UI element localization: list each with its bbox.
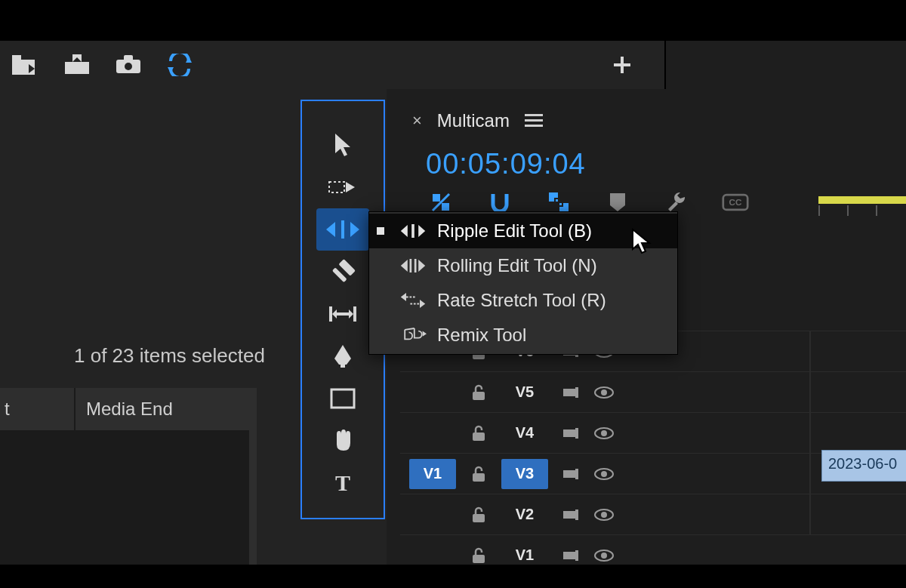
sync-settings-icon[interactable] bbox=[154, 48, 205, 82]
sync-lock-icon[interactable] bbox=[560, 508, 581, 522]
lock-icon[interactable] bbox=[468, 466, 489, 482]
svg-rect-25 bbox=[337, 312, 349, 316]
sequence-menu-icon[interactable] bbox=[525, 114, 543, 128]
svg-marker-23 bbox=[332, 309, 337, 319]
svg-rect-60 bbox=[473, 514, 485, 522]
lock-icon[interactable] bbox=[468, 506, 489, 523]
source-patch[interactable] bbox=[409, 500, 456, 530]
svg-rect-55 bbox=[473, 473, 485, 482]
razor-tool[interactable] bbox=[316, 251, 369, 293]
track-label[interactable]: V5 bbox=[501, 377, 548, 408]
svg-marker-71 bbox=[401, 225, 408, 237]
svg-rect-45 bbox=[473, 392, 485, 400]
flyout-remix[interactable]: Remix Tool bbox=[369, 318, 677, 352]
svg-rect-66 bbox=[563, 552, 575, 559]
sequence-tab[interactable]: × Multicam bbox=[412, 110, 543, 131]
flyout-label: Remix Tool bbox=[437, 325, 670, 346]
svg-point-8 bbox=[125, 63, 132, 70]
svg-marker-83 bbox=[423, 331, 427, 337]
svg-point-69 bbox=[601, 553, 607, 559]
svg-marker-24 bbox=[349, 309, 353, 319]
add-button[interactable] bbox=[607, 50, 637, 80]
in-out-range[interactable] bbox=[818, 196, 906, 204]
svg-point-54 bbox=[601, 430, 607, 436]
project-list-body[interactable] bbox=[0, 430, 257, 565]
time-ruler[interactable] bbox=[818, 201, 906, 216]
svg-marker-74 bbox=[401, 260, 408, 272]
svg-rect-47 bbox=[575, 387, 578, 398]
track-row-v1[interactable]: V1 bbox=[400, 534, 906, 575]
rectangle-tool[interactable] bbox=[316, 377, 369, 420]
top-toolbar bbox=[0, 41, 906, 89]
sync-lock-icon[interactable] bbox=[560, 426, 581, 440]
ripple-edit-icon bbox=[399, 223, 427, 239]
flyout-label: Ripple Edit Tool (B) bbox=[437, 220, 670, 242]
svg-rect-51 bbox=[563, 429, 575, 437]
rolling-edit-icon bbox=[399, 257, 427, 274]
column-header-media-end[interactable]: Media End bbox=[76, 399, 257, 420]
svg-marker-73 bbox=[418, 225, 425, 237]
remix-icon bbox=[399, 326, 427, 344]
track-label[interactable]: V2 bbox=[501, 500, 548, 530]
svg-line-82 bbox=[405, 328, 414, 330]
toolbar-right-section bbox=[664, 41, 906, 89]
track-select-forward-tool[interactable] bbox=[316, 166, 369, 208]
captions-icon[interactable]: CC bbox=[722, 189, 749, 216]
source-patch[interactable] bbox=[409, 418, 456, 448]
lock-icon[interactable] bbox=[468, 425, 489, 442]
toggle-output-icon[interactable] bbox=[593, 386, 615, 399]
svg-rect-14 bbox=[329, 182, 344, 192]
lock-icon[interactable] bbox=[468, 547, 489, 564]
sequence-name: Multicam bbox=[437, 110, 510, 131]
playhead-timecode[interactable]: 00:05:09:04 bbox=[426, 148, 586, 180]
toggle-output-icon[interactable] bbox=[593, 509, 615, 521]
source-patch[interactable] bbox=[409, 377, 456, 408]
svg-point-59 bbox=[601, 471, 607, 477]
selection-status: 1 of 23 items selected bbox=[74, 344, 265, 368]
slip-tool[interactable] bbox=[316, 293, 369, 335]
svg-text:CC: CC bbox=[729, 198, 742, 208]
lock-icon[interactable] bbox=[468, 384, 489, 401]
flyout-rate-stretch[interactable]: Rate Stretch Tool (R) bbox=[369, 283, 677, 318]
track-label[interactable]: V4 bbox=[501, 418, 548, 448]
svg-marker-77 bbox=[418, 260, 425, 272]
type-tool[interactable]: T bbox=[316, 462, 369, 504]
toggle-output-icon[interactable] bbox=[593, 468, 615, 480]
toggle-output-icon[interactable] bbox=[593, 427, 615, 439]
file-icon[interactable] bbox=[0, 48, 51, 82]
import-icon[interactable] bbox=[51, 48, 103, 82]
flyout-rolling-edit[interactable]: Rolling Edit Tool (N) bbox=[369, 248, 677, 283]
pen-tool[interactable] bbox=[316, 335, 369, 377]
svg-marker-18 bbox=[350, 222, 359, 237]
svg-rect-75 bbox=[410, 259, 412, 272]
source-patch-v1[interactable]: V1 bbox=[409, 459, 456, 489]
timeline-clip[interactable]: 2023-06-0 bbox=[821, 450, 906, 482]
source-patch[interactable] bbox=[409, 540, 456, 571]
svg-rect-32 bbox=[433, 194, 440, 202]
svg-rect-67 bbox=[575, 550, 578, 561]
svg-rect-30 bbox=[525, 119, 543, 122]
column-header-a[interactable]: t bbox=[0, 388, 76, 430]
flyout-label: Rate Stretch Tool (R) bbox=[437, 290, 670, 311]
svg-rect-56 bbox=[563, 470, 575, 478]
svg-rect-57 bbox=[575, 469, 578, 479]
hand-tool[interactable] bbox=[316, 420, 369, 462]
snapshot-icon[interactable] bbox=[103, 48, 154, 82]
flyout-ripple-edit[interactable]: Ripple Edit Tool (B) bbox=[369, 214, 677, 248]
svg-point-64 bbox=[601, 512, 607, 518]
svg-rect-3 bbox=[65, 62, 89, 74]
svg-marker-15 bbox=[346, 182, 355, 192]
track-label[interactable]: V3 bbox=[501, 459, 548, 489]
svg-rect-50 bbox=[473, 433, 485, 441]
toggle-output-icon[interactable] bbox=[593, 550, 615, 562]
track-label[interactable]: V1 bbox=[501, 540, 548, 571]
close-sequence-button[interactable]: × bbox=[412, 111, 422, 131]
ripple-edit-tool[interactable] bbox=[316, 208, 369, 251]
edit-tool-flyout: Ripple Edit Tool (B) Rolling Edit Tool (… bbox=[368, 211, 678, 355]
sync-lock-icon[interactable] bbox=[560, 386, 581, 399]
timeline-tracks-area[interactable] bbox=[809, 331, 906, 534]
sync-lock-icon[interactable] bbox=[560, 467, 581, 481]
selection-tool[interactable] bbox=[316, 124, 369, 166]
sync-lock-icon[interactable] bbox=[560, 549, 581, 562]
svg-point-49 bbox=[601, 389, 607, 396]
